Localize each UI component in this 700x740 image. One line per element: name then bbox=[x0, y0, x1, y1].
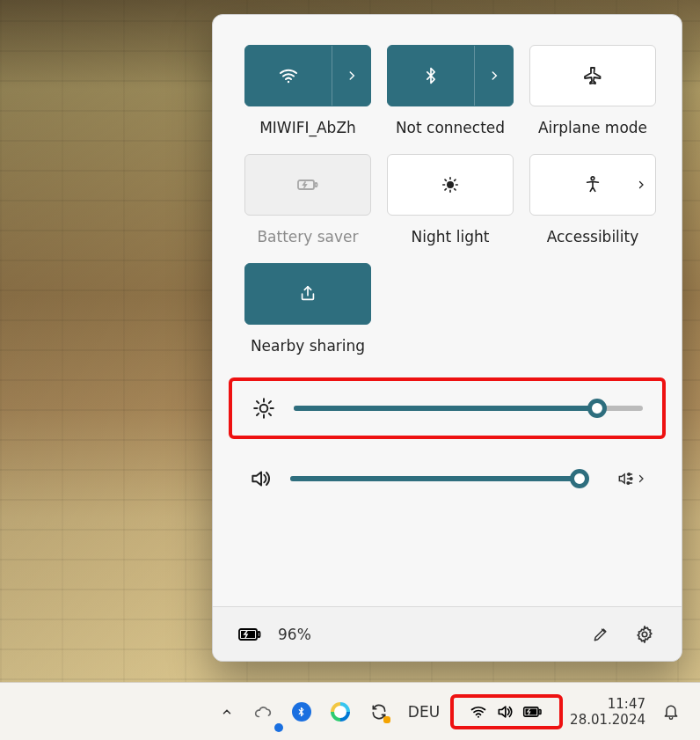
chevron-up-icon bbox=[221, 706, 233, 718]
wifi-expand-button[interactable] bbox=[332, 46, 370, 106]
chevron-right-icon bbox=[488, 70, 500, 82]
clock-date: 28.01.2024 bbox=[570, 712, 645, 728]
svg-rect-11 bbox=[241, 631, 255, 638]
edit-quick-settings-button[interactable] bbox=[585, 619, 616, 650]
airplane-mode-label: Airplane mode bbox=[538, 119, 647, 136]
system-tray-highlight bbox=[450, 694, 563, 729]
accessibility-tile[interactable] bbox=[529, 154, 656, 216]
refresh-icon bbox=[370, 703, 388, 721]
svg-point-0 bbox=[288, 81, 289, 83]
svg-point-8 bbox=[627, 482, 630, 485]
svg-point-4 bbox=[591, 177, 594, 180]
sliders-section bbox=[213, 362, 682, 501]
battery-percent: 96% bbox=[278, 626, 311, 643]
volume-thumb[interactable] bbox=[570, 469, 589, 488]
wifi-icon bbox=[470, 703, 487, 721]
brightness-slider[interactable] bbox=[294, 406, 643, 411]
accessibility-icon bbox=[583, 175, 602, 194]
bluetooth-tile[interactable] bbox=[387, 45, 514, 106]
tray-overflow-button[interactable] bbox=[211, 693, 243, 730]
svg-rect-15 bbox=[539, 709, 541, 714]
battery-status-icon[interactable] bbox=[237, 626, 262, 643]
bluetooth-icon bbox=[292, 702, 311, 722]
volume-fill bbox=[290, 476, 580, 481]
bluetooth-label: Not connected bbox=[396, 119, 505, 136]
clock-time: 11:47 bbox=[570, 696, 645, 712]
cloud-icon bbox=[253, 704, 273, 720]
chevron-right-icon bbox=[636, 180, 646, 190]
bluetooth-toggle[interactable] bbox=[388, 65, 474, 86]
nearby-sharing-label: Nearby sharing bbox=[251, 337, 365, 355]
battery-saver-icon bbox=[296, 176, 319, 194]
brightness-icon bbox=[252, 397, 276, 420]
brightness-fill bbox=[294, 406, 597, 411]
nearby-sharing-tile[interactable] bbox=[244, 263, 371, 325]
audio-mixer-icon bbox=[616, 470, 634, 487]
bluetooth-tray-icon[interactable] bbox=[283, 693, 320, 730]
language-indicator[interactable]: DEU bbox=[399, 703, 448, 721]
svg-point-6 bbox=[628, 473, 631, 476]
windows-update-tray-icon[interactable] bbox=[361, 693, 397, 730]
wifi-icon bbox=[278, 65, 299, 86]
edge-icon bbox=[331, 702, 350, 722]
volume-icon[interactable] bbox=[248, 467, 273, 490]
svg-rect-2 bbox=[315, 183, 317, 187]
svg-point-12 bbox=[642, 632, 647, 637]
volume-slider-row bbox=[229, 458, 666, 490]
quick-settings-grid: MIWIFI_AbZh Not connected bbox=[213, 15, 682, 362]
svg-point-3 bbox=[448, 182, 453, 187]
wifi-tile[interactable] bbox=[244, 45, 371, 106]
svg-point-13 bbox=[478, 715, 479, 717]
night-light-label: Night light bbox=[412, 228, 490, 245]
night-light-icon bbox=[441, 175, 460, 194]
quick-settings-flyout: MIWIFI_AbZh Not connected bbox=[212, 14, 682, 662]
svg-rect-10 bbox=[258, 632, 260, 637]
wifi-label: MIWIFI_AbZh bbox=[259, 119, 356, 136]
night-light-tile[interactable] bbox=[387, 154, 514, 216]
bell-icon bbox=[662, 703, 680, 721]
system-tray-group[interactable] bbox=[461, 700, 552, 724]
notifications-button[interactable] bbox=[653, 693, 689, 730]
battery-saver-tile bbox=[244, 154, 371, 216]
chevron-right-icon bbox=[346, 70, 358, 82]
wifi-toggle[interactable] bbox=[245, 65, 332, 86]
audio-output-expand[interactable] bbox=[616, 470, 646, 487]
gear-icon bbox=[635, 625, 654, 644]
svg-point-7 bbox=[630, 478, 632, 480]
brightness-slider-row bbox=[252, 397, 643, 420]
brightness-highlight bbox=[229, 377, 666, 439]
brightness-thumb[interactable] bbox=[587, 399, 607, 418]
accessibility-label: Accessibility bbox=[547, 228, 639, 245]
airplane-mode-tile[interactable] bbox=[529, 45, 656, 106]
edge-tray-icon[interactable] bbox=[322, 693, 359, 730]
bluetooth-expand-button[interactable] bbox=[474, 46, 513, 106]
all-settings-button[interactable] bbox=[629, 619, 660, 650]
pencil-icon bbox=[592, 626, 609, 643]
volume-icon bbox=[496, 703, 514, 721]
clock[interactable]: 11:47 28.01.2024 bbox=[565, 696, 651, 728]
quick-settings-footer: 96% bbox=[213, 606, 682, 661]
bluetooth-icon bbox=[422, 65, 440, 86]
svg-point-5 bbox=[260, 405, 268, 413]
battery-saver-label: Battery saver bbox=[257, 228, 358, 245]
onedrive-tray-icon[interactable] bbox=[244, 693, 281, 730]
chevron-right-icon bbox=[636, 473, 646, 484]
volume-slider[interactable] bbox=[290, 476, 588, 481]
battery-icon bbox=[522, 705, 543, 719]
airplane-icon bbox=[582, 65, 603, 86]
taskbar: DEU 11:47 28.01.2024 bbox=[0, 682, 700, 740]
nearby-sharing-icon bbox=[298, 284, 317, 304]
